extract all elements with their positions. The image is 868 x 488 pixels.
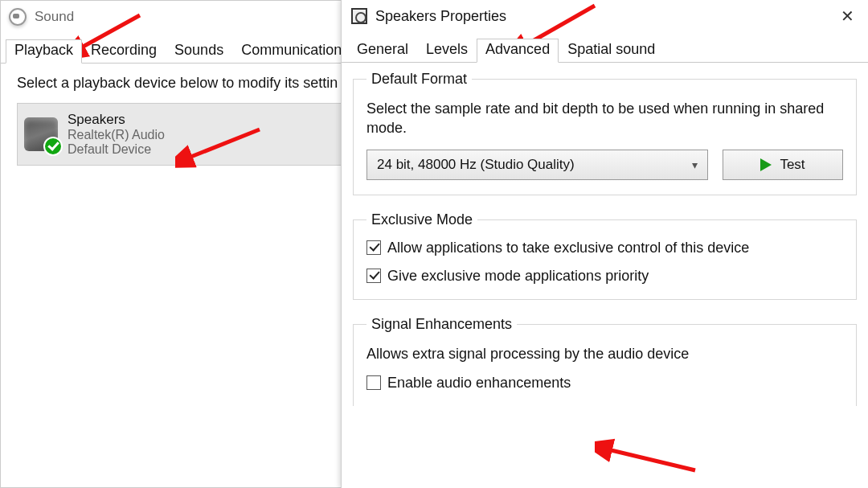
- default-check-icon: [43, 137, 63, 156]
- allow-exclusive-label: Allow applications to take exclusive con…: [387, 240, 749, 256]
- tab-general[interactable]: General: [348, 39, 417, 63]
- allow-exclusive-row[interactable]: Allow applications to take exclusive con…: [366, 240, 843, 256]
- default-format-legend: Default Format: [366, 71, 472, 88]
- signal-enhancements-description: Allows extra signal processing by the au…: [366, 344, 843, 363]
- tab-spatial-sound[interactable]: Spatial sound: [559, 39, 664, 63]
- give-priority-checkbox[interactable]: [366, 269, 381, 283]
- close-button[interactable]: ✕: [839, 6, 855, 26]
- tab-advanced[interactable]: Advanced: [477, 39, 559, 63]
- device-labels: Speakers Realtek(R) Audio Default Device: [68, 112, 165, 157]
- give-priority-label: Give exclusive mode applications priorit…: [387, 268, 649, 285]
- properties-icon: [351, 8, 367, 24]
- device-status: Default Device: [68, 142, 165, 157]
- default-format-select[interactable]: 24 bit, 48000 Hz (Studio Quality) ▾: [366, 150, 708, 180]
- tab-sounds[interactable]: Sounds: [166, 39, 232, 64]
- device-driver: Realtek(R) Audio: [68, 128, 165, 142]
- enable-enhancements-checkbox[interactable]: [366, 375, 381, 390]
- sound-dialog-title: Sound: [35, 9, 74, 25]
- default-format-description: Select the sample rate and bit depth to …: [366, 99, 843, 138]
- chevron-down-icon: ▾: [692, 158, 698, 171]
- tab-levels[interactable]: Levels: [417, 39, 477, 63]
- enable-enhancements-row[interactable]: Enable audio enhancements: [366, 375, 843, 392]
- give-priority-row[interactable]: Give exclusive mode applications priorit…: [366, 268, 843, 285]
- properties-titlebar: Speakers Properties ✕: [342, 0, 868, 32]
- tab-recording[interactable]: Recording: [82, 39, 166, 64]
- properties-title: Speakers Properties: [375, 8, 506, 25]
- tab-communications[interactable]: Communications: [232, 39, 358, 64]
- enable-enhancements-label: Enable audio enhancements: [387, 375, 571, 392]
- speaker-icon: [9, 8, 27, 26]
- signal-enhancements-legend: Signal Enhancements: [366, 316, 517, 333]
- device-icon-wrap: [24, 117, 58, 151]
- test-button-label: Test: [780, 157, 805, 173]
- speakers-properties-dialog: Speakers Properties ✕ General Levels Adv…: [341, 0, 868, 488]
- play-icon: [760, 158, 772, 171]
- properties-tabs: General Levels Advanced Spatial sound: [342, 39, 868, 63]
- group-exclusive-mode: Exclusive Mode Allow applications to tak…: [353, 211, 857, 300]
- properties-body: Default Format Select the sample rate an…: [342, 62, 868, 406]
- group-default-format: Default Format Select the sample rate an…: [353, 71, 857, 195]
- tab-playback[interactable]: Playback: [6, 39, 82, 64]
- exclusive-mode-legend: Exclusive Mode: [366, 211, 477, 228]
- device-name: Speakers: [68, 112, 165, 128]
- allow-exclusive-checkbox[interactable]: [366, 240, 381, 255]
- test-button[interactable]: Test: [723, 150, 843, 180]
- group-signal-enhancements: Signal Enhancements Allows extra signal …: [353, 316, 857, 406]
- default-format-value: 24 bit, 48000 Hz (Studio Quality): [377, 157, 575, 173]
